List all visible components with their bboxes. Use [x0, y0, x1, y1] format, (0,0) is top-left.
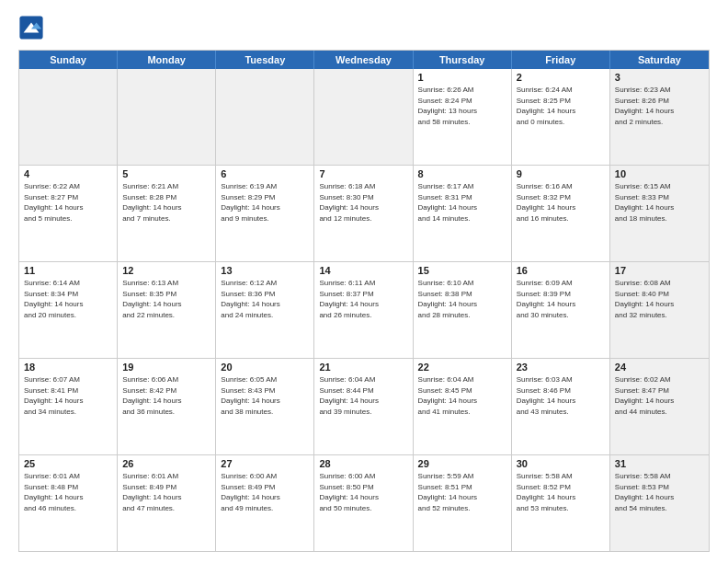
day-number: 6 — [221, 168, 309, 179]
header-day-saturday: Saturday — [610, 51, 709, 69]
day-info: Sunrise: 5:58 AM Sunset: 8:52 PM Dayligh… — [517, 471, 605, 513]
cal-cell: 19Sunrise: 6:06 AM Sunset: 8:42 PM Dayli… — [118, 359, 216, 454]
day-info: Sunrise: 6:05 AM Sunset: 8:43 PM Dayligh… — [221, 374, 309, 417]
day-info: Sunrise: 6:02 AM Sunset: 8:47 PM Dayligh… — [615, 374, 704, 417]
cal-cell: 8Sunrise: 6:17 AM Sunset: 8:31 PM Daylig… — [414, 166, 512, 261]
cal-cell: 13Sunrise: 6:12 AM Sunset: 8:36 PM Dayli… — [216, 262, 314, 358]
day-number: 31 — [615, 458, 704, 469]
cal-cell: 15Sunrise: 6:10 AM Sunset: 8:38 PM Dayli… — [414, 262, 512, 358]
cal-cell: 30Sunrise: 5:58 AM Sunset: 8:52 PM Dayli… — [512, 455, 610, 551]
cal-cell: 9Sunrise: 6:16 AM Sunset: 8:32 PM Daylig… — [512, 166, 610, 261]
cal-cell: 20Sunrise: 6:05 AM Sunset: 8:43 PM Dayli… — [216, 359, 314, 454]
day-info: Sunrise: 6:00 AM Sunset: 8:50 PM Dayligh… — [319, 471, 407, 513]
cal-cell: 16Sunrise: 6:09 AM Sunset: 8:39 PM Dayli… — [512, 262, 610, 358]
header-day-wednesday: Wednesday — [314, 51, 413, 69]
header-day-sunday: Sunday — [19, 51, 118, 69]
cal-cell: 17Sunrise: 6:08 AM Sunset: 8:40 PM Dayli… — [610, 262, 709, 358]
cal-cell — [118, 69, 216, 165]
day-info: Sunrise: 6:17 AM Sunset: 8:31 PM Dayligh… — [418, 181, 506, 224]
day-info: Sunrise: 6:12 AM Sunset: 8:36 PM Dayligh… — [221, 278, 309, 320]
day-info: Sunrise: 6:10 AM Sunset: 8:38 PM Dayligh… — [418, 278, 506, 320]
day-info: Sunrise: 6:06 AM Sunset: 8:42 PM Dayligh… — [122, 374, 210, 417]
day-number: 4 — [24, 168, 112, 179]
day-info: Sunrise: 6:08 AM Sunset: 8:40 PM Dayligh… — [615, 278, 704, 320]
day-number: 21 — [319, 362, 407, 373]
day-number: 25 — [24, 458, 112, 469]
header-day-tuesday: Tuesday — [216, 51, 314, 69]
day-number: 7 — [319, 168, 407, 179]
day-info: Sunrise: 6:24 AM Sunset: 8:25 PM Dayligh… — [517, 85, 605, 127]
day-number: 18 — [24, 362, 112, 373]
day-info: Sunrise: 6:09 AM Sunset: 8:39 PM Dayligh… — [517, 278, 605, 320]
cal-cell: 7Sunrise: 6:18 AM Sunset: 8:30 PM Daylig… — [314, 166, 413, 261]
day-number: 28 — [319, 458, 407, 469]
day-number: 24 — [615, 362, 704, 373]
day-number: 29 — [418, 458, 506, 469]
cal-cell: 10Sunrise: 6:15 AM Sunset: 8:33 PM Dayli… — [610, 166, 709, 261]
cal-cell — [19, 69, 118, 165]
cal-row-1: 4Sunrise: 6:22 AM Sunset: 8:27 PM Daylig… — [19, 166, 709, 262]
cal-cell: 2Sunrise: 6:24 AM Sunset: 8:25 PM Daylig… — [512, 69, 610, 165]
cal-cell: 26Sunrise: 6:01 AM Sunset: 8:49 PM Dayli… — [118, 455, 216, 551]
day-number: 19 — [122, 362, 210, 373]
day-info: Sunrise: 6:16 AM Sunset: 8:32 PM Dayligh… — [517, 181, 605, 224]
calendar-body: 1Sunrise: 6:26 AM Sunset: 8:24 PM Daylig… — [19, 69, 709, 551]
day-info: Sunrise: 6:01 AM Sunset: 8:48 PM Dayligh… — [24, 471, 112, 513]
day-info: Sunrise: 6:18 AM Sunset: 8:30 PM Dayligh… — [319, 181, 407, 224]
day-info: Sunrise: 6:26 AM Sunset: 8:24 PM Dayligh… — [418, 85, 506, 127]
logo — [18, 15, 48, 40]
day-number: 15 — [418, 265, 506, 276]
cal-cell: 18Sunrise: 6:07 AM Sunset: 8:41 PM Dayli… — [19, 359, 118, 454]
cal-cell: 11Sunrise: 6:14 AM Sunset: 8:34 PM Dayli… — [19, 262, 118, 358]
day-number: 10 — [615, 168, 704, 179]
calendar: SundayMondayTuesdayWednesdayThursdayFrid… — [18, 50, 710, 552]
header — [18, 15, 710, 40]
cal-cell: 28Sunrise: 6:00 AM Sunset: 8:50 PM Dayli… — [314, 455, 413, 551]
cal-cell: 29Sunrise: 5:59 AM Sunset: 8:51 PM Dayli… — [414, 455, 512, 551]
cal-cell: 12Sunrise: 6:13 AM Sunset: 8:35 PM Dayli… — [118, 262, 216, 358]
day-number: 26 — [122, 458, 210, 469]
cal-cell: 6Sunrise: 6:19 AM Sunset: 8:29 PM Daylig… — [216, 166, 314, 261]
cal-cell — [314, 69, 413, 165]
cal-cell: 31Sunrise: 5:58 AM Sunset: 8:53 PM Dayli… — [610, 455, 709, 551]
day-number: 14 — [319, 265, 407, 276]
cal-cell: 21Sunrise: 6:04 AM Sunset: 8:44 PM Dayli… — [314, 359, 413, 454]
cal-cell: 14Sunrise: 6:11 AM Sunset: 8:37 PM Dayli… — [314, 262, 413, 358]
cal-row-4: 25Sunrise: 6:01 AM Sunset: 8:48 PM Dayli… — [19, 455, 709, 551]
day-number: 3 — [615, 72, 704, 83]
day-number: 22 — [418, 362, 506, 373]
cal-cell: 27Sunrise: 6:00 AM Sunset: 8:49 PM Dayli… — [216, 455, 314, 551]
header-day-monday: Monday — [118, 51, 216, 69]
day-info: Sunrise: 5:59 AM Sunset: 8:51 PM Dayligh… — [418, 471, 506, 513]
header-day-thursday: Thursday — [414, 51, 512, 69]
day-number: 8 — [418, 168, 506, 179]
day-info: Sunrise: 6:01 AM Sunset: 8:49 PM Dayligh… — [122, 471, 210, 513]
day-info: Sunrise: 6:03 AM Sunset: 8:46 PM Dayligh… — [517, 374, 605, 417]
day-number: 27 — [221, 458, 309, 469]
day-info: Sunrise: 6:07 AM Sunset: 8:41 PM Dayligh… — [24, 374, 112, 417]
day-number: 16 — [517, 265, 605, 276]
cal-row-2: 11Sunrise: 6:14 AM Sunset: 8:34 PM Dayli… — [19, 262, 709, 359]
cal-cell: 24Sunrise: 6:02 AM Sunset: 8:47 PM Dayli… — [610, 359, 709, 454]
page: SundayMondayTuesdayWednesdayThursdayFrid… — [0, 0, 728, 563]
day-number: 23 — [517, 362, 605, 373]
calendar-header: SundayMondayTuesdayWednesdayThursdayFrid… — [19, 51, 709, 69]
cal-cell: 4Sunrise: 6:22 AM Sunset: 8:27 PM Daylig… — [19, 166, 118, 261]
day-info: Sunrise: 6:19 AM Sunset: 8:29 PM Dayligh… — [221, 181, 309, 224]
day-number: 2 — [517, 72, 605, 83]
day-number: 9 — [517, 168, 605, 179]
day-info: Sunrise: 6:11 AM Sunset: 8:37 PM Dayligh… — [319, 278, 407, 320]
day-info: Sunrise: 6:04 AM Sunset: 8:45 PM Dayligh… — [418, 374, 506, 417]
day-info: Sunrise: 6:14 AM Sunset: 8:34 PM Dayligh… — [24, 278, 112, 320]
day-number: 17 — [615, 265, 704, 276]
day-number: 13 — [221, 265, 309, 276]
cal-cell: 1Sunrise: 6:26 AM Sunset: 8:24 PM Daylig… — [414, 69, 512, 165]
cal-cell: 3Sunrise: 6:23 AM Sunset: 8:26 PM Daylig… — [610, 69, 709, 165]
cal-cell — [216, 69, 314, 165]
day-info: Sunrise: 6:22 AM Sunset: 8:27 PM Dayligh… — [24, 181, 112, 224]
day-number: 30 — [517, 458, 605, 469]
header-day-friday: Friday — [512, 51, 610, 69]
cal-cell: 25Sunrise: 6:01 AM Sunset: 8:48 PM Dayli… — [19, 455, 118, 551]
cal-row-3: 18Sunrise: 6:07 AM Sunset: 8:41 PM Dayli… — [19, 359, 709, 455]
day-info: Sunrise: 6:00 AM Sunset: 8:49 PM Dayligh… — [221, 471, 309, 513]
